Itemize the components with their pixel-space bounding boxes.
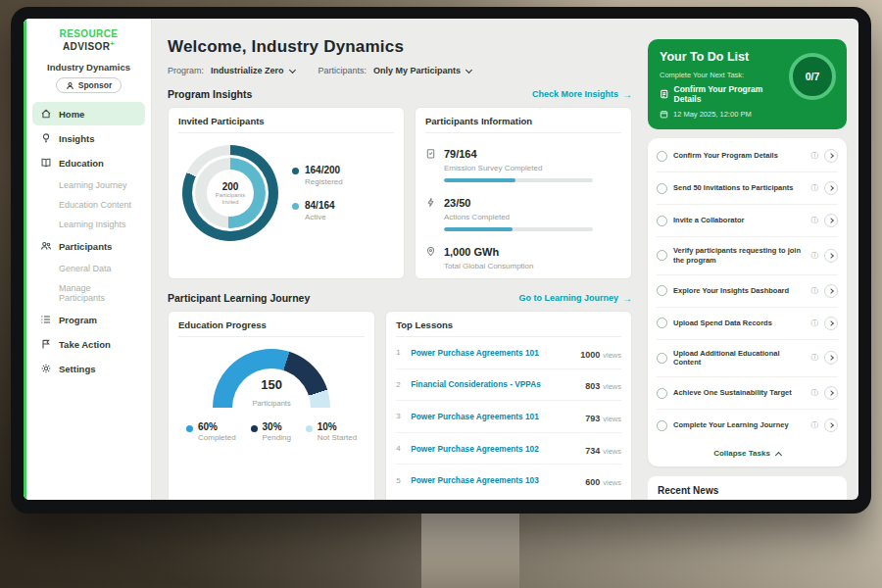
filter-bar: Program: Industrialize Zero Participants… (168, 66, 632, 75)
go-to-learning-journey-link[interactable]: Go to Learning Journey → (518, 293, 632, 304)
stat-actions-completed: 23/50 Actions Completed (425, 193, 621, 231)
app-logo: RESOURCE ADVISOR+ (32, 28, 145, 52)
todo-due-date: 12 May 2025, 12:00 PM (660, 110, 835, 119)
sidebar-item-education-content[interactable]: Education Content (32, 195, 145, 214)
chevron-right-icon[interactable] (824, 149, 838, 163)
task-checkbox[interactable] (657, 151, 667, 162)
page-title: Welcome, Industry Dynamics (168, 37, 632, 57)
section-title: Participant Learning Journey (168, 292, 310, 304)
task-item[interactable]: Invite a Collaborator ⓘ (657, 205, 838, 237)
sponsor-badge: Sponsor (56, 77, 122, 93)
info-icon[interactable]: ⓘ (811, 183, 819, 193)
chevron-right-icon[interactable] (824, 214, 838, 227)
task-checkbox[interactable] (657, 353, 667, 364)
info-icon[interactable]: ⓘ (811, 286, 819, 296)
legend-item-not-started: 10% Not Started (306, 421, 357, 442)
chevron-down-icon (466, 66, 472, 73)
gauge-center-label: Participants (253, 399, 291, 408)
task-checkbox[interactable] (657, 183, 667, 194)
todo-next-task[interactable]: Confirm Your Program Details (660, 84, 787, 104)
task-checkbox[interactable] (657, 250, 667, 261)
lesson-row: 2 Financial Considerations - VPPAs 803vi… (396, 369, 621, 402)
sidebar-item-learning-insights[interactable]: Learning Insights (32, 215, 145, 233)
info-icon[interactable]: ⓘ (811, 388, 819, 398)
info-icon[interactable]: ⓘ (811, 318, 819, 328)
stat-emission-survey: 79/164 Emission Survey Completed (425, 144, 621, 182)
sidebar-item-program[interactable]: Program (32, 308, 145, 331)
sidebar-item-general-data[interactable]: General Data (32, 259, 145, 277)
info-icon[interactable]: ⓘ (811, 420, 819, 430)
task-checkbox[interactable] (657, 420, 667, 431)
sidebar-item-label: Learning Insights (59, 220, 126, 229)
sidebar-item-take-action[interactable]: Take Action (32, 332, 145, 356)
emission-progress-bar (444, 178, 593, 182)
invited-participants-card: Invited Participants 200 Participants In… (168, 107, 405, 279)
sidebar-item-label: Education Content (59, 200, 131, 210)
legend-dot (292, 168, 299, 174)
info-icon[interactable]: ⓘ (811, 151, 819, 161)
org-name: Industry Dynamics (32, 62, 145, 73)
legend-dot (251, 425, 258, 432)
lightning-icon (425, 194, 436, 231)
sidebar-item-education[interactable]: Education (32, 151, 145, 174)
section-title: Program Insights (168, 88, 252, 100)
sidebar-item-label: Manage Participants (59, 283, 138, 303)
logo-plus: + (110, 39, 115, 48)
info-icon[interactable]: ⓘ (811, 353, 819, 363)
lesson-link[interactable]: Power Purchase Agreements 101 (411, 348, 573, 358)
chevron-right-icon[interactable] (824, 284, 838, 298)
gauge-legend: 60% Completed 30% Pending 10% Not Starte… (186, 421, 357, 442)
sidebar-item-home[interactable]: Home (32, 102, 145, 125)
task-item[interactable]: Upload Spend Data Records ⓘ (657, 308, 838, 340)
chevron-right-icon[interactable] (824, 181, 838, 195)
donut-center-label: Participants Invited (212, 192, 249, 205)
sidebar-item-learning-journey[interactable]: Learning Journey (32, 175, 145, 194)
participants-dropdown[interactable]: Only My Participants (373, 66, 471, 75)
task-item[interactable]: Confirm Your Program Details ⓘ (657, 140, 838, 172)
program-dropdown[interactable]: Industrialize Zero (211, 66, 295, 75)
sidebar-item-label: General Data (59, 264, 112, 273)
lesson-link[interactable]: Power Purchase Agreements 102 (411, 444, 578, 454)
participants-information-card: Participants Information 79/164 Emission… (415, 107, 632, 279)
task-checkbox[interactable] (657, 388, 667, 399)
chevron-right-icon[interactable] (824, 351, 838, 365)
lesson-row: 4 Power Purchase Agreements 102 734views (396, 433, 621, 466)
top-lessons-card: Top Lessons 1 Power Purchase Agreements … (385, 311, 632, 500)
task-item[interactable]: Complete Your Learning Journey ⓘ (657, 410, 838, 441)
collapse-tasks-link[interactable]: Collapse Tasks (657, 441, 838, 462)
insights-cards-row: Invited Participants 200 Participants In… (168, 107, 632, 279)
logo-resource: RESOURCE (60, 28, 119, 39)
legend-item-active: 84/164 Active (292, 200, 343, 221)
gear-icon (39, 363, 52, 375)
info-icon[interactable]: ⓘ (811, 216, 819, 225)
legend-item-pending: 30% Pending (251, 421, 291, 442)
arrow-right-icon: → (622, 293, 632, 304)
task-item[interactable]: Explore Your Insights Dashboard ⓘ (657, 275, 838, 308)
sidebar-item-label: Participants (59, 241, 112, 252)
task-item[interactable]: Send 50 Invitations to Participants ⓘ (657, 172, 838, 205)
chevron-right-icon[interactable] (824, 386, 838, 400)
check-more-insights-link[interactable]: Check More Insights → (532, 89, 632, 100)
chevron-right-icon[interactable] (824, 418, 838, 432)
task-checkbox[interactable] (657, 216, 667, 226)
actions-progress-bar (444, 227, 593, 231)
lesson-link[interactable]: Power Purchase Agreements 101 (411, 412, 578, 421)
participants-filter-label: Participants: (318, 66, 368, 75)
task-item[interactable]: Verify participants requesting to join t… (657, 237, 838, 275)
task-checkbox[interactable] (657, 285, 667, 296)
task-item[interactable]: Upload Additional Educational Content ⓘ (657, 340, 838, 378)
book-icon (39, 157, 52, 170)
sidebar-item-manage-participants[interactable]: Manage Participants (32, 278, 145, 307)
sidebar-item-label: Home (59, 109, 84, 120)
info-icon[interactable]: ⓘ (811, 251, 819, 261)
task-checkbox[interactable] (657, 318, 667, 328)
task-item[interactable]: Achieve One Sustainability Target ⓘ (657, 377, 838, 410)
lesson-link[interactable]: Power Purchase Agreements 103 (411, 475, 578, 485)
sidebar-item-settings[interactable]: Settings (32, 357, 145, 380)
chevron-right-icon[interactable] (824, 317, 838, 330)
sidebar-item-insights[interactable]: Insights (32, 126, 145, 150)
lesson-link[interactable]: Financial Considerations - VPPAs (411, 379, 578, 389)
card-title: Participants Information (425, 116, 621, 133)
chevron-right-icon[interactable] (824, 249, 838, 263)
sidebar-item-participants[interactable]: Participants (32, 234, 145, 258)
